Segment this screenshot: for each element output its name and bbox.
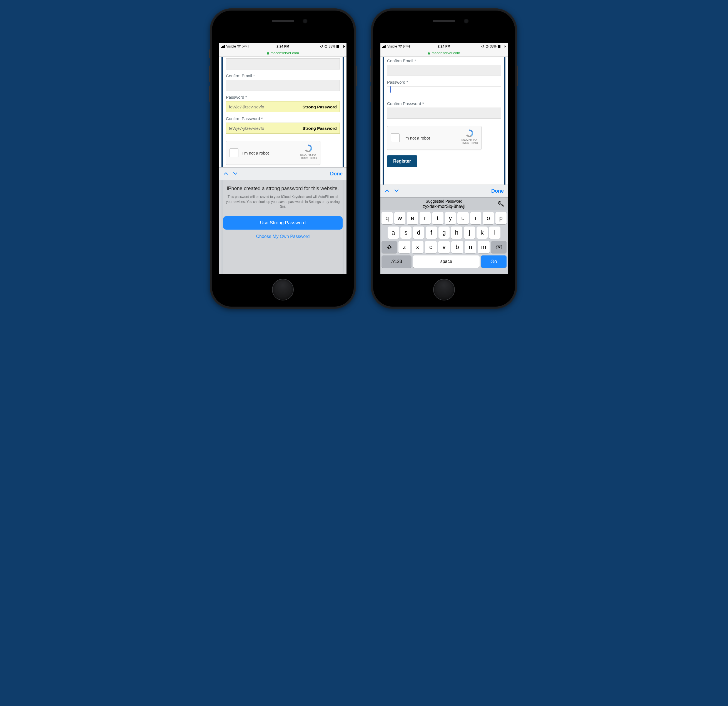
key-r[interactable]: r (420, 212, 431, 224)
password-label: Password * (387, 80, 501, 84)
battery-percent: 33% (490, 45, 497, 48)
svg-rect-1 (267, 53, 269, 55)
key-h[interactable]: h (451, 227, 462, 239)
register-button[interactable]: Register (387, 155, 417, 167)
password-field[interactable] (387, 86, 501, 97)
next-field-chevron-down-icon[interactable] (233, 171, 238, 177)
keyboard-row-1: q w e r t y u i o p (381, 212, 507, 224)
confirm-email-field[interactable] (226, 80, 340, 91)
key-m[interactable]: m (478, 241, 490, 253)
screen-left: Visible VPN 2:24 PM 3 (219, 43, 347, 274)
keyboard-suggestion-bar[interactable]: Suggested Password zyxdak-morSiq-8hevji (380, 197, 508, 210)
key-space[interactable]: space (413, 255, 480, 268)
sheet-body: This password will be saved to your iClo… (223, 195, 342, 209)
confirm-email-field[interactable] (387, 65, 501, 76)
password-label: Password * (226, 95, 340, 100)
recaptcha-logo: reCAPTCHA Privacy - Terms (461, 129, 478, 144)
home-button[interactable] (433, 279, 455, 301)
location-icon (481, 45, 484, 48)
confirm-email-label: Confirm Email * (226, 73, 340, 78)
passwords-key-icon[interactable] (498, 201, 504, 208)
front-camera (303, 19, 307, 23)
url-domain: macobserver.com (270, 51, 299, 55)
mute-switch (370, 49, 371, 58)
recaptcha-widget[interactable]: I'm not a robot reCAPTCHA Privacy - Term… (226, 141, 321, 165)
phone-bezel: Visible VPN 2:24 PM 3 (212, 10, 354, 307)
recaptcha-links[interactable]: Privacy - Terms (299, 156, 317, 159)
key-u[interactable]: u (457, 212, 469, 224)
key-v[interactable]: v (438, 241, 450, 253)
webpage-right: Confirm Email * Password * Confirm Passw… (380, 57, 508, 274)
key-y[interactable]: y (445, 212, 456, 224)
recaptcha-checkbox[interactable] (230, 148, 238, 157)
key-n[interactable]: n (465, 241, 477, 253)
suggestion-value: zyxdak-morSiq-8hevji (423, 204, 465, 209)
recaptcha-checkbox[interactable] (391, 133, 400, 142)
lock-icon (267, 51, 269, 55)
carrier-label: Visible (387, 45, 397, 48)
key-t[interactable]: t (432, 212, 443, 224)
prev-field-chevron-up-icon[interactable] (384, 188, 390, 195)
confirm-password-field[interactable] (387, 107, 501, 119)
key-g[interactable]: g (438, 227, 450, 239)
confirm-password-label: Confirm Password * (226, 116, 340, 121)
strong-password-sheet: iPhone created a strong password for thi… (219, 180, 347, 274)
carrier-label: Visible (226, 45, 236, 48)
recaptcha-links[interactable]: Privacy - Terms (461, 142, 478, 144)
next-field-chevron-down-icon[interactable] (394, 188, 399, 195)
phone-frame-left: Visible VPN 2:24 PM 3 (210, 8, 356, 309)
key-x[interactable]: x (412, 241, 424, 253)
key-f[interactable]: f (426, 227, 437, 239)
key-numbers[interactable]: .?123 (381, 255, 412, 268)
earpiece-speaker (272, 20, 294, 22)
key-c[interactable]: c (425, 241, 437, 253)
url-bar[interactable]: macobserver.com (219, 49, 347, 57)
cellular-signal-icon (221, 45, 225, 48)
power-button (356, 66, 357, 86)
strong-password-badge: Strong Password (303, 104, 337, 109)
keyboard-row-4: .?123 space Go (381, 255, 507, 268)
key-w[interactable]: w (394, 212, 406, 224)
key-e[interactable]: e (407, 212, 418, 224)
key-b[interactable]: b (451, 241, 463, 253)
home-button[interactable] (272, 279, 294, 301)
volume-up (209, 66, 210, 82)
alarm-icon (324, 45, 328, 48)
recaptcha-widget[interactable]: I'm not a robot reCAPTCHA Privacy - Term… (387, 126, 481, 150)
choose-own-password-button[interactable]: Choose My Own Password (223, 230, 342, 241)
key-j[interactable]: j (464, 227, 475, 239)
vpn-badge: VPN (403, 45, 409, 48)
prev-field-chevron-up-icon[interactable] (223, 171, 229, 177)
key-i[interactable]: i (470, 212, 481, 224)
key-p[interactable]: p (495, 212, 507, 224)
recaptcha-brand: reCAPTCHA (299, 153, 317, 156)
key-k[interactable]: k (477, 227, 488, 239)
volume-down (370, 85, 371, 102)
key-go[interactable]: Go (481, 255, 507, 268)
backspace-icon (495, 244, 502, 250)
password-field[interactable]: feWje7-jitzev-sevfo Strong Password (226, 101, 340, 112)
keyboard-done-button[interactable]: Done (330, 171, 342, 177)
keyboard-done-button[interactable]: Done (491, 188, 504, 194)
key-o[interactable]: o (482, 212, 494, 224)
key-q[interactable]: q (381, 212, 393, 224)
url-bar[interactable]: macobserver.com (380, 49, 508, 57)
email-field[interactable] (226, 58, 340, 69)
use-strong-password-button[interactable]: Use Strong Password (223, 216, 342, 230)
confirm-password-label: Confirm Password * (387, 101, 501, 106)
key-z[interactable]: z (399, 241, 410, 253)
strong-password-badge-2: Strong Password (303, 126, 337, 131)
key-l[interactable]: l (489, 227, 500, 239)
key-shift[interactable] (381, 241, 397, 253)
status-bar: Visible VPN 2:24 PM 3 (380, 43, 508, 49)
recaptcha-logo: reCAPTCHA Privacy - Terms (299, 144, 317, 159)
confirm-password-field[interactable]: feWje7-jitzev-sevfo Strong Password (226, 123, 340, 134)
key-d[interactable]: d (413, 227, 424, 239)
cellular-signal-icon (382, 45, 386, 48)
key-a[interactable]: a (388, 227, 399, 239)
key-s[interactable]: s (400, 227, 412, 239)
shift-icon (387, 244, 392, 250)
status-bar: Visible VPN 2:24 PM 3 (219, 43, 347, 49)
key-backspace[interactable] (491, 241, 507, 253)
recaptcha-label: I'm not a robot (403, 136, 430, 140)
